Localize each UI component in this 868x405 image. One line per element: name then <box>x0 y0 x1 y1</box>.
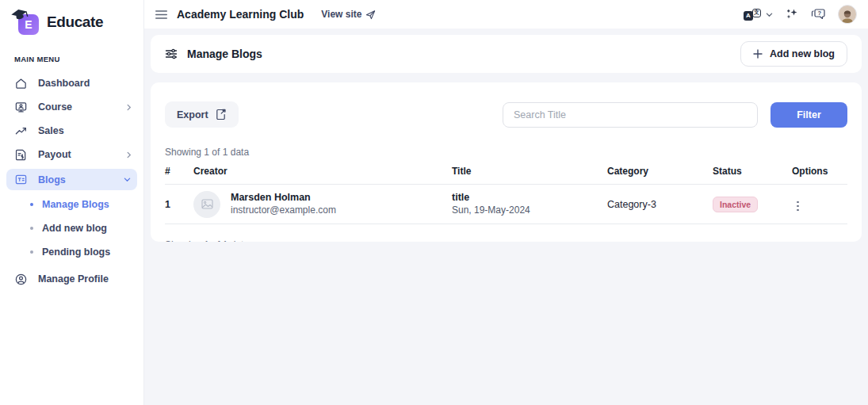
page-title: Manage Blogs <box>187 48 262 60</box>
language-switcher[interactable]: 文 A <box>744 9 773 21</box>
bullet-dot-icon <box>30 203 33 206</box>
showing-count-bottom: Showing 1 of 1 data <box>165 239 847 242</box>
sidebar-subitem-label: Add new blog <box>42 223 107 234</box>
blog-category: Category-3 <box>607 185 713 224</box>
table-toolbar: Export Filter <box>165 101 847 128</box>
svg-text:?: ? <box>818 10 822 17</box>
sidebar-item-label: Course <box>38 101 72 113</box>
sidebar-subitem-add-new-blog[interactable]: Add new blog <box>0 216 143 240</box>
sidebar-item-payout[interactable]: Payout <box>0 143 143 166</box>
view-site-label: View site <box>321 9 361 20</box>
plus-icon <box>753 49 763 59</box>
graduation-cap-icon <box>11 9 29 21</box>
image-icon <box>201 199 213 209</box>
column-header-status: Status <box>713 162 792 185</box>
sidebar-subitem-manage-blogs[interactable]: Manage Blogs <box>0 193 143 216</box>
blogs-panel: Export Filter Showing 1 of 1 data # Crea… <box>151 82 862 242</box>
sidebar-item-label: Blogs <box>38 174 66 185</box>
search-title-input[interactable] <box>503 102 758 128</box>
blog-icon <box>14 173 28 186</box>
creator-cell: Marsden Holman instructor@example.com <box>193 188 452 220</box>
column-header-category: Category <box>607 162 713 185</box>
blog-title: title <box>452 192 607 204</box>
sidebar-item-label: Payout <box>38 149 71 160</box>
translate-icon: 文 A <box>744 9 761 21</box>
sliders-icon <box>165 48 178 60</box>
sidebar-item-sales[interactable]: Sales <box>0 119 143 143</box>
chevron-right-icon <box>125 151 132 159</box>
send-icon <box>365 10 376 20</box>
showing-count-top: Showing 1 of 1 data <box>165 147 847 158</box>
blogs-table: # Creator Title Category Status Options … <box>165 162 847 224</box>
sidebar-item-label: Sales <box>38 125 64 136</box>
workspace-title: Academy Learning Club <box>177 8 304 21</box>
payout-receipt-icon <box>14 148 28 162</box>
brand-logo[interactable]: E Educate <box>0 0 143 42</box>
sidebar-item-label: Dashboard <box>38 78 90 89</box>
creator-email: instructor@example.com <box>231 204 336 216</box>
status-badge: Inactive <box>713 197 758 212</box>
creator-avatar-placeholder <box>193 191 220 218</box>
main-area: Academy Learning Club View site 文 A <box>144 0 868 405</box>
filter-button[interactable]: Filter <box>770 102 847 128</box>
user-circle-icon <box>14 273 28 286</box>
home-icon <box>14 77 28 90</box>
file-export-icon <box>216 109 227 120</box>
sidebar-subitem-label: Manage Blogs <box>42 199 109 210</box>
table-header-row: # Creator Title Category Status Options <box>165 162 847 185</box>
sidebar-item-course[interactable]: Course <box>0 95 143 119</box>
view-site-link[interactable]: View site <box>321 9 376 20</box>
brand-name: Educate <box>47 13 103 31</box>
add-new-blog-button[interactable]: Add new blog <box>740 41 847 67</box>
blog-date: Sun, 19-May-2024 <box>452 204 607 217</box>
sidebar-item-label: Manage Profile <box>38 273 109 285</box>
avatar-person-icon <box>839 9 855 23</box>
column-header-title: Title <box>452 162 607 185</box>
column-header-options: Options <box>792 162 847 185</box>
topbar: Academy Learning Club View site 文 A <box>144 0 868 29</box>
export-label: Export <box>177 109 208 120</box>
table-row: 1 Marsden Holman <box>165 185 847 224</box>
sidebar-item-blogs[interactable]: Blogs <box>6 169 137 190</box>
educate-logo-icon: E <box>13 9 40 36</box>
trend-up-icon <box>14 124 28 138</box>
creator-name: Marsden Holman <box>231 192 336 204</box>
bullet-dot-icon <box>30 227 33 230</box>
column-header-creator: Creator <box>193 162 452 185</box>
user-avatar[interactable] <box>838 5 857 24</box>
export-button[interactable]: Export <box>165 101 239 128</box>
chevron-down-icon <box>124 176 131 183</box>
page-header-card: Manage Blogs Add new blog <box>151 35 862 73</box>
row-options-kebab-icon[interactable] <box>792 198 804 215</box>
sidebar-subitem-label: Pending blogs <box>42 246 110 258</box>
chevron-right-icon <box>125 104 132 111</box>
sparkles-icon[interactable] <box>785 7 799 21</box>
sidebar-subitem-pending-blogs[interactable]: Pending blogs <box>0 240 143 264</box>
sidebar-item-dashboard[interactable]: Dashboard <box>0 71 143 95</box>
add-new-blog-label: Add new blog <box>770 48 835 59</box>
chevron-down-icon <box>766 11 773 18</box>
sidebar: E Educate MAIN MENU Dashboard Course <box>0 0 144 405</box>
column-header-index: # <box>165 162 193 185</box>
hamburger-menu-icon[interactable] <box>155 10 167 19</box>
course-monitor-icon <box>14 101 28 114</box>
sidebar-item-manage-profile[interactable]: Manage Profile <box>0 267 143 291</box>
bullet-dot-icon <box>30 250 33 254</box>
chat-question-icon[interactable]: ? <box>811 7 826 21</box>
row-index: 1 <box>165 185 193 224</box>
sidebar-section-label: MAIN MENU <box>0 42 143 71</box>
